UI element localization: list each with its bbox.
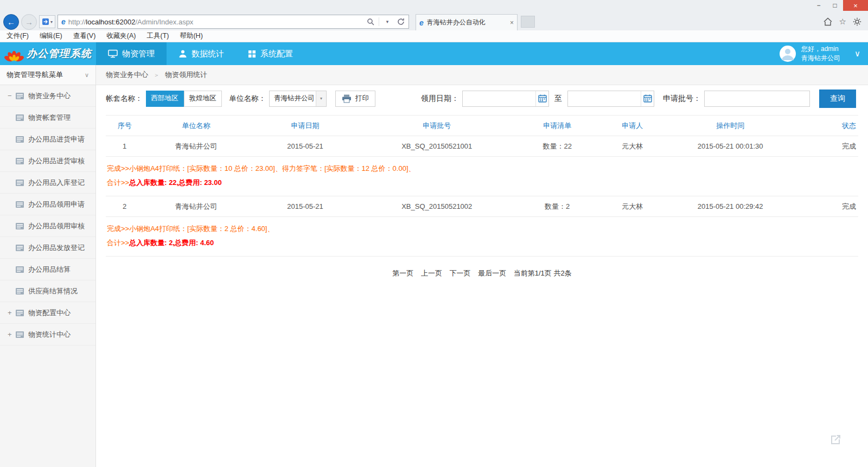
sidebar-group-config-center[interactable]: + 物资配置中心 <box>0 302 95 324</box>
breadcrumb-parent[interactable]: 物资业务中心 <box>106 70 148 80</box>
date-to-label: 至 <box>554 94 562 104</box>
cell-seq: 1 <box>106 136 143 157</box>
nav-tab-data-statistics[interactable]: 数据统计 <box>167 42 236 65</box>
sidebar-item-requisition-request[interactable]: 办公用品领用申请 <box>0 194 95 215</box>
query-button[interactable]: 查询 <box>819 89 856 108</box>
column-header-optime[interactable]: 操作时间 <box>662 116 798 136</box>
column-header-seq[interactable]: 序号 <box>106 116 143 136</box>
url-scheme: http:// <box>68 18 86 26</box>
date-from-input[interactable] <box>463 91 535 106</box>
calendar-icon[interactable] <box>535 91 548 106</box>
sidebar-item-account-management[interactable]: 物资帐套管理 <box>0 107 95 129</box>
browser-window: − □ × ← → ▾ e http://localhost:62002/Adm… <box>0 0 868 467</box>
sidebar-group-stats-center[interactable]: + 物资统计中心 <box>0 324 95 346</box>
page-prev-link[interactable]: 上一页 <box>421 269 442 277</box>
menu-tools[interactable]: 工具(T) <box>146 31 169 41</box>
sidebar-item-supplier-settlement[interactable]: 供应商结算情况 <box>0 280 95 302</box>
tab-title: 青海钻井办公自动化 <box>427 18 507 27</box>
flame-logo-icon <box>4 44 24 63</box>
window-close-button[interactable]: × <box>843 0 868 11</box>
detail-items-text: 完成>>小钢炮A4打印纸：[实际数量：10 总价：23.00]、得力签字笔：[实… <box>107 162 858 176</box>
address-bar[interactable]: e http://localhost:62002/Admin/Index.asp… <box>58 15 409 29</box>
nav-tab-label: 数据统计 <box>192 49 224 59</box>
account-option-dunhuang-button[interactable]: 敦煌地区 <box>184 91 222 107</box>
address-dropdown-icon[interactable]: ▾ <box>382 15 393 28</box>
sidebar-item-label: 物资统计中心 <box>28 330 71 340</box>
content-area: 物资业务中心 ＞ 物资领用统计 帐套名称： 西部地区 敦煌地区 单位名称： 青海… <box>96 65 868 467</box>
sidebar: 物资管理导航菜单 ∨ − 物资业务中心 物资帐套管理 办公用品进货申请 <box>0 65 96 467</box>
corner-watermark-icon <box>829 433 842 449</box>
menu-favorites[interactable]: 收藏夹(A) <box>106 31 136 41</box>
chevron-down-icon: ▾ <box>50 20 53 24</box>
sidebar-item-purchase-request[interactable]: 办公用品进货申请 <box>0 129 95 150</box>
browser-forward-button[interactable]: → <box>21 14 37 30</box>
tab-close-icon[interactable]: × <box>510 19 514 27</box>
column-header-unit[interactable]: 单位名称 <box>143 116 248 136</box>
browser-tab[interactable]: e 青海钻井办公自动化 × <box>416 14 518 30</box>
avatar <box>780 46 796 62</box>
favorites-star-icon[interactable]: ☆ <box>839 17 846 27</box>
user-area[interactable]: 您好，admin 青海钻井公司 ∨ <box>780 42 868 65</box>
refresh-icon[interactable] <box>395 15 406 28</box>
list-icon <box>16 245 24 251</box>
nav-tab-material-management[interactable]: 物资管理 <box>96 42 167 65</box>
cell-optime: 2015-05-21 00:29:42 <box>662 196 798 217</box>
page-last-link[interactable]: 最后一页 <box>478 269 506 277</box>
cell-unit: 青海钻井公司 <box>143 196 248 217</box>
breadcrumb-separator-icon: ＞ <box>154 71 159 79</box>
print-button[interactable]: 打印 <box>335 91 375 107</box>
batch-number-label: 申请批号： <box>663 94 701 104</box>
new-tab-button[interactable] <box>521 16 535 28</box>
expand-icon: + <box>8 330 16 338</box>
sidebar-item-purchase-review[interactable]: 办公用品进货审核 <box>0 150 95 172</box>
compatibility-view-button[interactable]: ▾ <box>39 15 55 28</box>
sidebar-title: 物资管理导航菜单 <box>7 70 63 80</box>
nav-tab-system-config[interactable]: 系统配置 <box>236 42 305 65</box>
grid-icon <box>248 50 256 58</box>
column-header-status[interactable]: 状态 <box>798 116 858 136</box>
user-dropdown-chevron-icon[interactable]: ∨ <box>854 49 860 59</box>
sidebar-item-label: 办公用品进货申请 <box>28 135 85 144</box>
batch-number-input[interactable] <box>704 91 810 107</box>
chevron-down-icon[interactable]: ▾ <box>316 91 326 106</box>
monitor-icon <box>108 49 118 58</box>
table-row: 2 青海钻井公司 2015-05-21 XB_SQ_20150521002 数量… <box>106 196 858 217</box>
browser-back-button[interactable]: ← <box>3 14 19 30</box>
menu-edit[interactable]: 编辑(E) <box>40 31 62 41</box>
date-to-input[interactable] <box>568 91 641 106</box>
url-text: http://localhost:62002/Admin/Index.aspx <box>68 18 362 26</box>
account-option-west-button[interactable]: 西部地区 <box>146 91 184 107</box>
settings-gear-icon[interactable] <box>853 17 861 26</box>
menu-help[interactable]: 帮助(H) <box>180 31 202 41</box>
column-header-list[interactable]: 申请清单 <box>512 116 602 136</box>
unit-select[interactable]: 青海钻井公司 ▾ <box>269 91 327 107</box>
sidebar-header[interactable]: 物资管理导航菜单 ∨ <box>0 65 95 85</box>
date-range-label: 领用日期： <box>421 94 459 104</box>
column-header-batch[interactable]: 申请批号 <box>362 116 512 136</box>
sidebar-item-settlement[interactable]: 办公用品结算 <box>0 259 95 280</box>
column-header-date[interactable]: 申请日期 <box>249 116 362 136</box>
sidebar-item-distribution-register[interactable]: 办公用品发放登记 <box>0 237 95 259</box>
column-header-applicant[interactable]: 申请人 <box>602 116 662 136</box>
search-icon[interactable] <box>365 15 376 28</box>
cell-applicant: 元大林 <box>602 136 662 157</box>
home-icon[interactable] <box>823 17 833 26</box>
browser-toolbar: ← → ▾ e http://localhost:62002/Admin/Ind… <box>0 13 868 30</box>
print-label: 打印 <box>355 94 369 103</box>
menu-file[interactable]: 文件(F) <box>7 31 29 41</box>
user-info: 您好，admin 青海钻井公司 <box>801 44 840 63</box>
list-icon <box>16 201 24 208</box>
calendar-icon[interactable] <box>641 91 654 106</box>
cell-date: 2015-05-21 <box>249 196 362 217</box>
menu-view[interactable]: 查看(V) <box>73 31 96 41</box>
table-header-row: 序号 单位名称 申请日期 申请批号 申请清单 申请人 操作时间 状态 <box>106 116 858 136</box>
page-next-link[interactable]: 下一页 <box>450 269 471 277</box>
cell-status: 完成 <box>798 196 858 217</box>
window-maximize-button[interactable]: □ <box>827 0 843 11</box>
browser-menubar: 文件(F) 编辑(E) 查看(V) 收藏夹(A) 工具(T) 帮助(H) <box>0 30 868 42</box>
sidebar-item-requisition-review[interactable]: 办公用品领用审核 <box>0 215 95 237</box>
sidebar-group-business-center[interactable]: − 物资业务中心 <box>0 85 95 107</box>
page-first-link[interactable]: 第一页 <box>392 269 413 277</box>
window-minimize-button[interactable]: − <box>810 0 827 11</box>
sidebar-item-stock-in-register[interactable]: 办公用品入库登记 <box>0 172 95 194</box>
